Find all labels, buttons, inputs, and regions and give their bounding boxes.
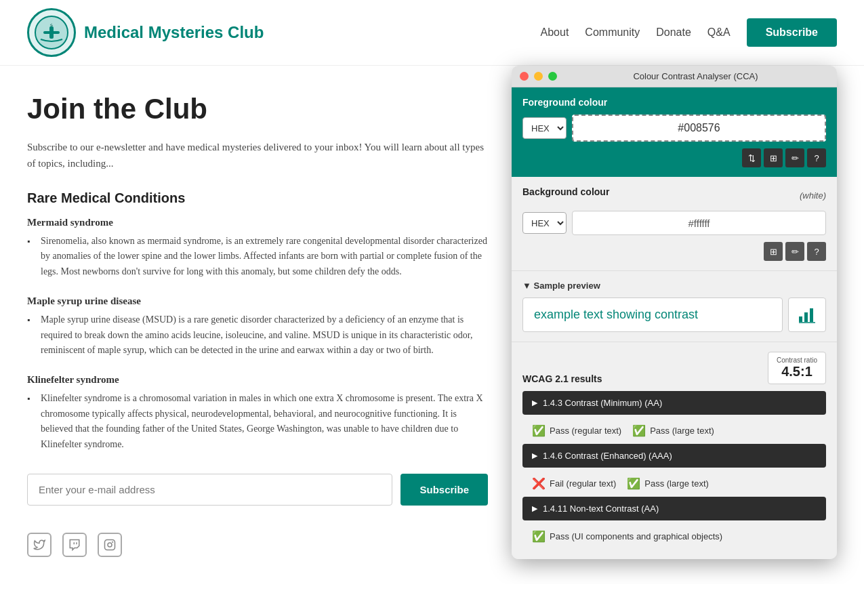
fg-input-row: HEX bbox=[522, 115, 826, 142]
result-aa-label: 1.4.3 Contrast (Minimum) (AA) bbox=[543, 398, 662, 408]
nav-donate[interactable]: Donate bbox=[656, 26, 691, 39]
site-title: Medical Mysteries Club bbox=[84, 23, 264, 42]
nav-about[interactable]: About bbox=[541, 26, 569, 39]
logo-area: ⚕ Medical Mysteries Club bbox=[27, 8, 264, 57]
intro-text: Subscribe to our e-newsletter and have m… bbox=[27, 139, 488, 171]
condition-klinefelter-text: Klinefelter syndrome is a chromosomal va… bbox=[27, 391, 488, 452]
svg-rect-9 bbox=[810, 308, 813, 322]
result-aaa-label: 1.4.6 Contrast (Enhanced) (AAA) bbox=[543, 451, 672, 461]
bg-eyedropper-btn[interactable]: ✏ bbox=[785, 242, 804, 261]
content-area: Join the Club Subscribe to our e-newslet… bbox=[27, 93, 488, 557]
condition-mermaid: Mermaid syndrome Sirenomelia, also known… bbox=[27, 217, 488, 279]
result-nontext-row[interactable]: ▶ 1.4.11 Non-text Contrast (AA) bbox=[522, 497, 826, 520]
result-aa-row[interactable]: ▶ 1.4.3 Contrast (Minimum) (AA) bbox=[522, 391, 826, 415]
result-aa-arrow: ▶ bbox=[532, 398, 537, 407]
window-close-btn[interactable] bbox=[520, 72, 529, 81]
wcag-results-section: WCAG 2.1 results Contrast ratio 4.5:1 ▶ … bbox=[512, 342, 837, 559]
logo-icon: ⚕ bbox=[27, 8, 76, 57]
nontext-pass-icon: ✅ bbox=[532, 530, 546, 543]
bg-white-label: (white) bbox=[800, 190, 826, 201]
contrast-value: 4.5:1 bbox=[777, 364, 817, 379]
fg-eyedropper-btn[interactable]: ✏ bbox=[785, 148, 804, 167]
svg-point-5 bbox=[108, 543, 112, 547]
aa-regular-pass-label: Pass (regular text) bbox=[550, 426, 621, 436]
bg-hex-input[interactable] bbox=[572, 211, 826, 235]
preview-box: example text showing contrast bbox=[522, 297, 826, 332]
email-input[interactable] bbox=[27, 474, 392, 506]
page-title: Join the Club bbox=[27, 93, 488, 125]
window-minimize-btn[interactable] bbox=[534, 72, 543, 81]
twitch-icon[interactable] bbox=[62, 533, 87, 557]
navbar: ⚕ Medical Mysteries Club About Community… bbox=[0, 0, 864, 66]
fg-tools-row: ⇅ ⊞ ✏ ? bbox=[522, 148, 826, 167]
chart-icon[interactable] bbox=[788, 297, 826, 332]
condition-msud: Maple syrup urine disease Maple syrup ur… bbox=[27, 295, 488, 358]
aa-large-pass-label: Pass (large text) bbox=[650, 426, 714, 436]
fg-hex-input[interactable] bbox=[572, 115, 826, 142]
cca-window: Colour Contrast Analyser (CCA) Foregroun… bbox=[512, 66, 837, 559]
window-maximize-btn[interactable] bbox=[548, 72, 557, 81]
aaa-large-pass-label: Pass (large text) bbox=[644, 478, 709, 489]
bg-label-row: Background colour (white) bbox=[522, 186, 826, 204]
aa-large-pass: ✅ Pass (large text) bbox=[632, 424, 714, 437]
bg-label: Background colour bbox=[522, 186, 609, 197]
svg-point-6 bbox=[112, 541, 113, 542]
nav-links: About Community Donate Q&A Subscribe bbox=[541, 18, 837, 47]
fg-help-btn[interactable]: ? bbox=[807, 148, 826, 167]
sample-preview-section: ▼ Sample preview example text showing co… bbox=[512, 271, 837, 342]
contrast-ratio-box: Contrast ratio 4.5:1 bbox=[768, 352, 826, 384]
aa-large-pass-icon: ✅ bbox=[632, 424, 646, 437]
svg-rect-7 bbox=[799, 316, 802, 322]
nontext-pass-label: Pass (UI components and graphical object… bbox=[550, 531, 722, 541]
sample-text: example text showing contrast bbox=[522, 297, 783, 332]
nav-community[interactable]: Community bbox=[585, 26, 640, 39]
nav-subscribe-button[interactable]: Subscribe bbox=[747, 18, 837, 47]
condition-mermaid-heading: Mermaid syndrome bbox=[27, 217, 488, 228]
result-aaa-row[interactable]: ▶ 1.4.6 Contrast (Enhanced) (AAA) bbox=[522, 444, 826, 468]
condition-msud-heading: Maple syrup urine disease bbox=[27, 295, 488, 307]
contrast-label: Contrast ratio bbox=[777, 356, 817, 364]
bg-format-select[interactable]: HEX bbox=[522, 212, 567, 234]
section-heading: Rare Medical Conditions bbox=[27, 190, 488, 206]
cca-body: Foreground colour HEX ⇅ ⊞ ✏ ? Backgrou bbox=[512, 87, 837, 559]
fg-swap-btn[interactable]: ⇅ bbox=[742, 148, 761, 167]
bg-adjust-btn[interactable]: ⊞ bbox=[764, 242, 783, 261]
aaa-large-pass-icon: ✅ bbox=[627, 477, 640, 490]
wcag-title: WCAG 2.1 results bbox=[522, 373, 602, 384]
fg-format-select[interactable]: HEX bbox=[522, 117, 567, 139]
condition-mermaid-text: Sirenomelia, also known as mermaid syndr… bbox=[27, 234, 488, 279]
bg-input-row: HEX bbox=[522, 211, 826, 235]
svg-rect-4 bbox=[105, 539, 115, 550]
background-section: Background colour (white) HEX ⊞ ✏ ? bbox=[512, 177, 837, 271]
twitter-icon[interactable] bbox=[27, 533, 52, 557]
result-nontext-label: 1.4.11 Non-text Contrast (AA) bbox=[543, 504, 659, 514]
result-nontext-passes: ✅ Pass (UI components and graphical obje… bbox=[522, 525, 826, 547]
social-icons bbox=[27, 533, 488, 557]
foreground-section: Foreground colour HEX ⇅ ⊞ ✏ ? bbox=[512, 87, 837, 177]
subscribe-button[interactable]: Subscribe bbox=[400, 474, 488, 506]
aa-regular-pass-icon: ✅ bbox=[532, 424, 546, 437]
condition-klinefelter-heading: Klinefelter syndrome bbox=[27, 374, 488, 386]
fg-label: Foreground colour bbox=[522, 97, 826, 108]
condition-klinefelter: Klinefelter syndrome Klinefelter syndrom… bbox=[27, 374, 488, 452]
fg-adjust-btn[interactable]: ⊞ bbox=[764, 148, 783, 167]
bg-help-btn[interactable]: ? bbox=[807, 242, 826, 261]
nontext-pass: ✅ Pass (UI components and graphical obje… bbox=[532, 530, 722, 543]
main-content: Join the Club Subscribe to our e-newslet… bbox=[0, 66, 864, 584]
condition-msud-text: Maple syrup urine disease (MSUD) is a ra… bbox=[27, 312, 488, 358]
bg-tools-row: ⊞ ✏ ? bbox=[522, 242, 826, 261]
aaa-regular-fail-icon: ❌ bbox=[532, 477, 546, 490]
aaa-regular-fail-label: Fail (regular text) bbox=[550, 478, 616, 489]
nav-qa[interactable]: Q&A bbox=[707, 26, 731, 39]
cca-title: Colour Contrast Analyser (CCA) bbox=[562, 71, 829, 81]
svg-rect-8 bbox=[804, 312, 808, 322]
subscribe-form: Subscribe bbox=[27, 474, 488, 506]
result-aaa-passes: ❌ Fail (regular text) ✅ Pass (large text… bbox=[522, 472, 826, 494]
cca-titlebar: Colour Contrast Analyser (CCA) bbox=[512, 66, 837, 87]
wcag-header: WCAG 2.1 results Contrast ratio 4.5:1 bbox=[522, 352, 826, 384]
svg-rect-3 bbox=[49, 26, 54, 39]
instagram-icon[interactable] bbox=[98, 533, 122, 557]
aaa-regular-fail: ❌ Fail (regular text) bbox=[532, 477, 616, 490]
result-aa-passes: ✅ Pass (regular text) ✅ Pass (large text… bbox=[522, 419, 826, 441]
aaa-large-pass: ✅ Pass (large text) bbox=[627, 477, 709, 490]
